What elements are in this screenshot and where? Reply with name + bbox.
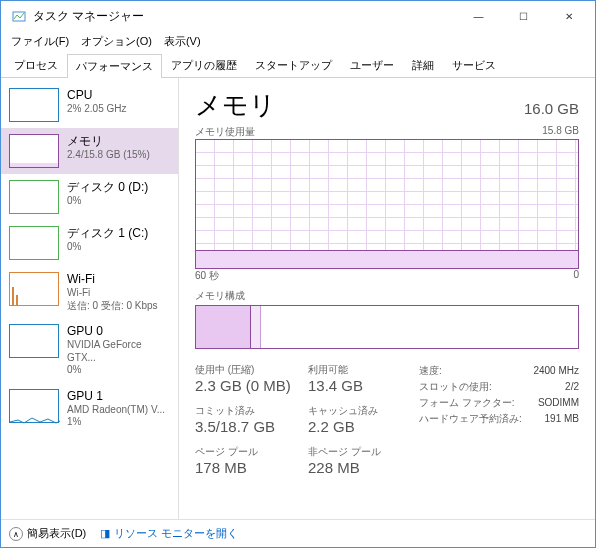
sidebar-item-wifi[interactable]: Wi-Fi Wi-Fi 送信: 0 受信: 0 Kbps: [1, 266, 178, 318]
memory-usage-chart[interactable]: [195, 139, 579, 269]
stat-committed: コミット済み 3.5/18.7 GB: [195, 404, 296, 435]
xaxis-left: 60 秒: [195, 269, 219, 283]
menu-options[interactable]: オプション(O): [75, 32, 158, 51]
memory-composition-bar[interactable]: [195, 305, 579, 349]
maximize-button[interactable]: ☐: [501, 1, 546, 31]
memory-specs: 速度:2400 MHz スロットの使用:2/2 フォーム ファクター:SODIM…: [419, 363, 579, 476]
menu-view[interactable]: 表示(V): [158, 32, 207, 51]
tab-performance[interactable]: パフォーマンス: [67, 54, 162, 78]
sidebar-item-sub2: 送信: 0 受信: 0 Kbps: [67, 300, 158, 313]
minimize-button[interactable]: —: [456, 1, 501, 31]
main-panel: メモリ 16.0 GB メモリ使用量 15.8 GB 60 秒 0 メモリ構成: [179, 78, 595, 519]
sidebar-item-sub: 2.4/15.8 GB (15%): [67, 149, 150, 162]
sidebar-item-sub: AMD Radeon(TM) V...: [67, 404, 165, 417]
sidebar-item-sub2: 1%: [67, 416, 165, 429]
sidebar-item-sub: 0%: [67, 241, 148, 254]
task-manager-window: タスク マネージャー — ☐ ✕ ファイル(F) オプション(O) 表示(V) …: [0, 0, 596, 548]
footer: ∧簡易表示(D) ◨リソース モニターを開く: [1, 519, 595, 547]
menubar: ファイル(F) オプション(O) 表示(V): [1, 31, 595, 51]
close-button[interactable]: ✕: [546, 1, 591, 31]
sidebar-item-title: GPU 1: [67, 389, 165, 404]
sidebar-item-disk1[interactable]: ディスク 1 (C:) 0%: [1, 220, 178, 266]
performance-sidebar: CPU 2% 2.05 GHz メモリ 2.4/15.8 GB (15%) ディ…: [1, 78, 179, 519]
disk-thumb-icon: [9, 226, 59, 260]
gpu-thumb-icon: [9, 389, 59, 423]
tab-strip: プロセス パフォーマンス アプリの履歴 スタートアップ ユーザー 詳細 サービス: [1, 51, 595, 78]
fewer-details-button[interactable]: ∧簡易表示(D): [9, 526, 86, 542]
titlebar[interactable]: タスク マネージャー — ☐ ✕: [1, 1, 595, 31]
tab-startup[interactable]: スタートアップ: [246, 53, 341, 77]
tab-users[interactable]: ユーザー: [341, 53, 403, 77]
usage-chart-max: 15.8 GB: [542, 125, 579, 139]
content-area: CPU 2% 2.05 GHz メモリ 2.4/15.8 GB (15%) ディ…: [1, 78, 595, 519]
chevron-up-icon: ∧: [9, 527, 23, 541]
sidebar-item-title: メモリ: [67, 134, 150, 149]
memory-total: 16.0 GB: [524, 100, 579, 117]
app-icon: [11, 8, 27, 24]
sidebar-item-sub: Wi-Fi: [67, 287, 158, 300]
sidebar-item-sub: NVIDIA GeForce GTX...: [67, 339, 170, 364]
page-title: メモリ: [195, 88, 276, 123]
sidebar-item-memory[interactable]: メモリ 2.4/15.8 GB (15%): [1, 128, 178, 174]
tab-services[interactable]: サービス: [443, 53, 505, 77]
usage-chart-label: メモリ使用量: [195, 125, 255, 139]
sidebar-item-title: CPU: [67, 88, 126, 103]
window-title: タスク マネージャー: [33, 8, 456, 25]
stat-cached: キャッシュ済み 2.2 GB: [308, 404, 409, 435]
sidebar-item-title: GPU 0: [67, 324, 170, 339]
sidebar-item-title: Wi-Fi: [67, 272, 158, 287]
sidebar-item-title: ディスク 1 (C:): [67, 226, 148, 241]
tab-processes[interactable]: プロセス: [5, 53, 67, 77]
menu-file[interactable]: ファイル(F): [5, 32, 75, 51]
stat-available: 利用可能 13.4 GB: [308, 363, 409, 394]
tab-details[interactable]: 詳細: [403, 53, 443, 77]
sidebar-item-sub: 2% 2.05 GHz: [67, 103, 126, 116]
sidebar-item-sub: 0%: [67, 195, 148, 208]
window-controls: — ☐ ✕: [456, 1, 591, 31]
cpu-thumb-icon: [9, 88, 59, 122]
open-resource-monitor-link[interactable]: ◨リソース モニターを開く: [100, 526, 238, 541]
sidebar-item-gpu0[interactable]: GPU 0 NVIDIA GeForce GTX... 0%: [1, 318, 178, 383]
disk-thumb-icon: [9, 180, 59, 214]
gpu-thumb-icon: [9, 324, 59, 358]
resource-monitor-icon: ◨: [100, 527, 110, 539]
memory-thumb-icon: [9, 134, 59, 168]
stat-nonpaged-pool: 非ページ プール 228 MB: [308, 445, 409, 476]
sidebar-item-title: ディスク 0 (D:): [67, 180, 148, 195]
composition-label: メモリ構成: [195, 289, 579, 303]
stat-paged-pool: ページ プール 178 MB: [195, 445, 296, 476]
memory-stats: 使用中 (圧縮) 2.3 GB (0 MB) 利用可能 13.4 GB コミット…: [195, 363, 579, 476]
wifi-thumb-icon: [9, 272, 59, 306]
xaxis-right: 0: [573, 269, 579, 283]
sidebar-item-gpu1[interactable]: GPU 1 AMD Radeon(TM) V... 1%: [1, 383, 178, 435]
stat-in-use: 使用中 (圧縮) 2.3 GB (0 MB): [195, 363, 296, 394]
tab-app-history[interactable]: アプリの履歴: [162, 53, 246, 77]
sidebar-item-disk0[interactable]: ディスク 0 (D:) 0%: [1, 174, 178, 220]
sidebar-item-cpu[interactable]: CPU 2% 2.05 GHz: [1, 82, 178, 128]
sidebar-item-sub2: 0%: [67, 364, 170, 377]
